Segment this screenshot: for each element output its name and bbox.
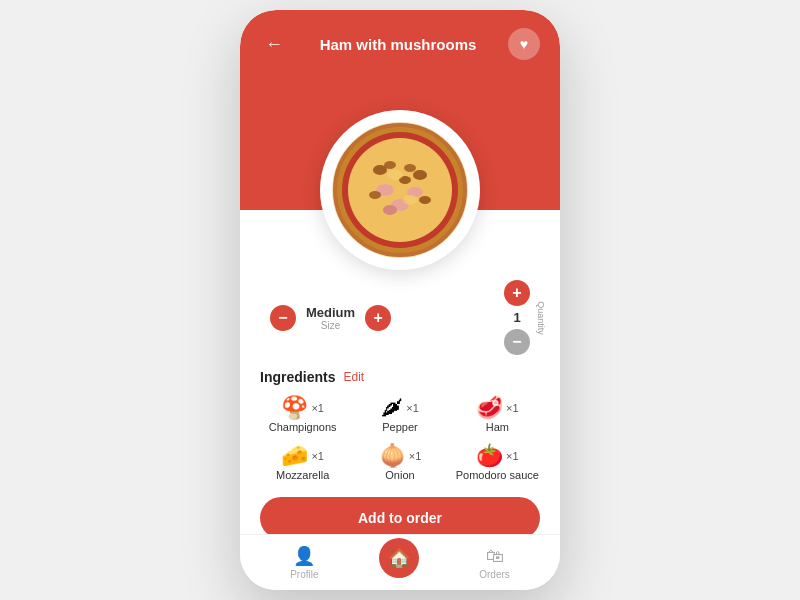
svg-point-3 — [348, 138, 452, 242]
svg-point-5 — [384, 161, 396, 169]
size-sublabel: Size — [306, 320, 355, 331]
champignons-icon-row: 🍄 ×1 — [281, 397, 324, 419]
header-top: ← Ham with mushrooms ♥ — [260, 28, 540, 60]
pizza-image — [330, 120, 470, 260]
onion-icon-row: 🧅 ×1 — [379, 445, 422, 467]
pomodoro-count: ×1 — [506, 450, 519, 462]
pomodoro-icon-row: 🍅 ×1 — [476, 445, 519, 467]
champignons-count: ×1 — [311, 402, 324, 414]
ham-icon-row: 🥩 ×1 — [476, 397, 519, 419]
size-value: Medium — [306, 305, 355, 320]
size-increase-button[interactable]: + — [365, 305, 391, 331]
nav-orders[interactable]: 🛍 Orders — [479, 546, 510, 580]
page-title: Ham with mushrooms — [320, 36, 477, 53]
pizza-plate — [320, 110, 480, 270]
mozzarella-count: ×1 — [311, 450, 324, 462]
svg-point-7 — [404, 164, 416, 172]
svg-point-16 — [403, 195, 417, 205]
pepper-label: Pepper — [382, 421, 417, 433]
edit-ingredients-link[interactable]: Edit — [343, 370, 364, 384]
ham-icon: 🥩 — [476, 397, 503, 419]
pepper-icon-row: 🌶 ×1 — [381, 397, 419, 419]
quantity-decrease-button[interactable]: − — [504, 329, 530, 355]
quantity-label: Quantity — [536, 301, 546, 335]
phone-container: ← Ham with mushrooms ♥ — [240, 10, 560, 590]
pepper-icon: 🌶 — [381, 397, 403, 419]
svg-point-11 — [383, 205, 397, 215]
ingredient-champignons: 🍄 ×1 Champignons — [260, 397, 345, 433]
size-decrease-button[interactable]: − — [270, 305, 296, 331]
controls-row: − Medium Size + + 1 − Quantity — [260, 280, 540, 355]
size-display: Medium Size — [306, 305, 355, 331]
ingredient-onion: 🧅 ×1 Onion — [357, 445, 442, 481]
ham-label: Ham — [486, 421, 509, 433]
ingredient-pomodoro: 🍅 ×1 Pomodoro sauce — [455, 445, 540, 481]
quantity-control: + 1 − Quantity — [504, 280, 530, 355]
home-icon: 🏠 — [388, 547, 410, 569]
add-to-order-button[interactable]: Add to order — [260, 497, 540, 534]
champignons-label: Champignons — [269, 421, 337, 433]
quantity-value: 1 — [513, 310, 520, 325]
svg-point-15 — [387, 170, 403, 180]
pomodoro-label: Pomodoro sauce — [456, 469, 539, 481]
nav-orders-label: Orders — [479, 569, 510, 580]
bottom-nav: 👤 Profile 🏠 🛍 Orders — [240, 534, 560, 590]
pepper-count: ×1 — [406, 402, 419, 414]
svg-point-6 — [413, 170, 427, 180]
onion-count: ×1 — [409, 450, 422, 462]
nav-profile[interactable]: 👤 Profile — [290, 545, 318, 580]
back-button[interactable]: ← — [260, 30, 288, 58]
ingredient-ham: 🥩 ×1 Ham — [455, 397, 540, 433]
orders-icon: 🛍 — [486, 546, 504, 567]
ham-count: ×1 — [506, 402, 519, 414]
ingredients-grid: 🍄 ×1 Champignons 🌶 ×1 Pepper 🥩 ×1 Ham — [260, 397, 540, 481]
size-control: − Medium Size + — [270, 305, 391, 331]
profile-icon: 👤 — [293, 545, 315, 567]
champignons-icon: 🍄 — [281, 397, 308, 419]
ingredient-pepper: 🌶 ×1 Pepper — [357, 397, 442, 433]
mozzarella-icon-row: 🧀 ×1 — [281, 445, 324, 467]
svg-point-14 — [419, 196, 431, 204]
onion-label: Onion — [385, 469, 414, 481]
ingredients-title: Ingredients — [260, 369, 335, 385]
pomodoro-icon: 🍅 — [476, 445, 503, 467]
ingredient-mozzarella: 🧀 ×1 Mozzarella — [260, 445, 345, 481]
mozzarella-icon: 🧀 — [281, 445, 308, 467]
mozzarella-label: Mozzarella — [276, 469, 329, 481]
svg-point-13 — [369, 191, 381, 199]
favorite-button[interactable]: ♥ — [508, 28, 540, 60]
ingredients-header: Ingredients Edit — [260, 369, 540, 385]
nav-profile-label: Profile — [290, 569, 318, 580]
nav-home-button[interactable]: 🏠 — [379, 538, 419, 578]
quantity-increase-button[interactable]: + — [504, 280, 530, 306]
header-area: ← Ham with mushrooms ♥ — [240, 10, 560, 210]
onion-icon: 🧅 — [379, 445, 406, 467]
